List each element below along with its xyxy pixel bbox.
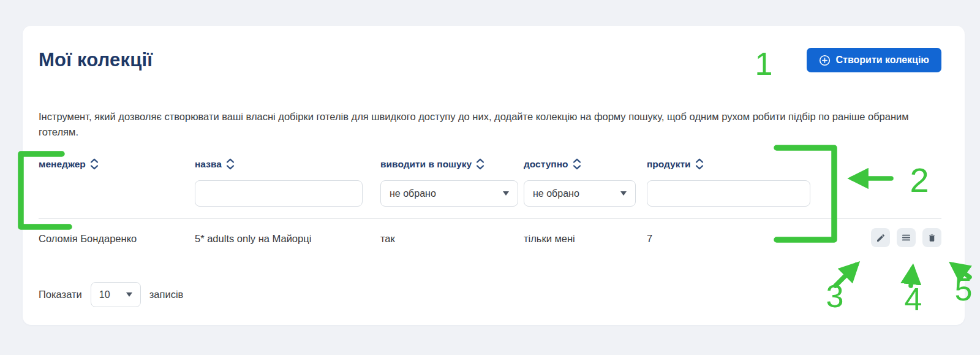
column-header-products-label: продукти <box>647 159 691 170</box>
list-icon <box>901 232 911 243</box>
card-header: Мої колекції Створити колекцію <box>39 48 941 72</box>
cell-products: 7 <box>647 231 812 245</box>
column-header-products[interactable]: продукти <box>647 158 704 170</box>
sort-icon <box>226 158 235 170</box>
column-header-available-label: доступно <box>524 159 568 170</box>
show-in-search-filter-value: не обрано <box>390 188 436 199</box>
page-description: Інструмент, який дозволяє створювати ваш… <box>39 109 941 140</box>
list-button[interactable] <box>897 228 916 247</box>
sort-icon <box>90 158 99 170</box>
delete-button[interactable] <box>922 228 941 247</box>
collections-card: Мої колекції Створити колекцію Інструмен… <box>23 26 965 325</box>
create-collection-label: Створити колекцію <box>836 55 930 66</box>
page-size-select[interactable]: 10 <box>91 282 141 307</box>
products-filter-input[interactable] <box>647 180 810 207</box>
table-row: Соломія Бондаренко 5* adults only на Май… <box>39 218 941 256</box>
show-in-search-filter-select[interactable]: не обрано <box>380 180 518 207</box>
pagination: Показати 10 записів <box>39 282 941 307</box>
column-header-available[interactable]: доступно <box>524 158 581 170</box>
chevron-down-icon <box>620 191 627 196</box>
cell-name: 5* adults only на Майорці <box>195 231 380 245</box>
pagination-show-label: Показати <box>39 289 82 300</box>
column-header-name-label: назва <box>195 159 222 170</box>
chevron-down-icon <box>126 292 132 297</box>
edit-button[interactable] <box>871 228 890 247</box>
available-filter-value: не обрано <box>533 188 579 199</box>
chevron-down-icon <box>503 191 509 196</box>
table-filter-row: не обрано не обрано <box>39 180 941 207</box>
column-header-show-in-search-label: виводити в пошуку <box>380 159 472 170</box>
plus-circle-icon <box>819 55 831 66</box>
page-size-value: 10 <box>99 289 110 300</box>
pagination-records-label: записів <box>149 289 184 300</box>
table-header-row: менеджер назва <box>39 158 941 170</box>
sort-icon <box>476 158 484 170</box>
column-header-show-in-search[interactable]: виводити в пошуку <box>380 158 484 170</box>
column-header-name[interactable]: назва <box>195 158 235 170</box>
sort-icon <box>573 158 581 170</box>
create-collection-button[interactable]: Створити колекцію <box>807 48 942 72</box>
edit-icon <box>876 233 886 243</box>
cell-available: тільки мені <box>524 231 647 245</box>
sort-icon <box>695 158 704 170</box>
column-header-manager[interactable]: менеджер <box>39 158 99 170</box>
cell-manager: Соломія Бондаренко <box>39 231 195 245</box>
cell-show-in-search: так <box>380 231 524 245</box>
delete-icon <box>927 233 937 243</box>
collections-table: менеджер назва <box>39 158 941 256</box>
page-title: Мої колекції <box>39 48 153 71</box>
column-header-manager-label: менеджер <box>39 159 86 170</box>
available-filter-select[interactable]: не обрано <box>524 180 636 207</box>
name-filter-input[interactable] <box>195 180 363 207</box>
